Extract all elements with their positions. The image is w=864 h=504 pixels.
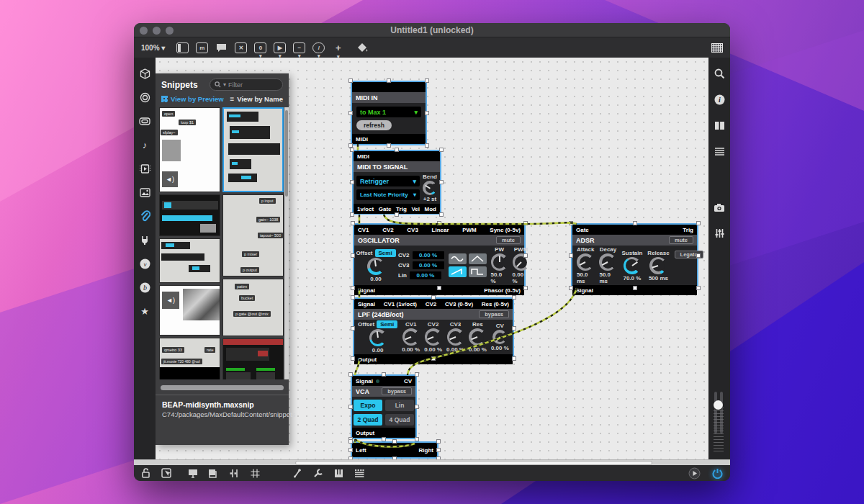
- snapshot-camera-icon[interactable]: [714, 202, 725, 213]
- midi-device-dropdown[interactable]: to Max 1▾: [356, 107, 421, 117]
- selection-handle[interactable]: [431, 295, 436, 300]
- slider-icon[interactable]: −: [293, 42, 305, 53]
- filter-input[interactable]: [228, 81, 274, 89]
- selection-handle[interactable]: [696, 253, 701, 258]
- wave-square-button[interactable]: [469, 266, 487, 277]
- number-box-icon[interactable]: 0: [254, 42, 266, 53]
- selection-handle[interactable]: [436, 448, 441, 452]
- selection-handle[interactable]: [382, 372, 386, 377]
- presentation-icon[interactable]: [188, 469, 198, 478]
- vizzie-icon[interactable]: v: [139, 258, 150, 269]
- module-midi-in[interactable]: MIDI IN to Max 1▾ refresh MIDI: [351, 81, 427, 145]
- selection-handle[interactable]: [350, 180, 354, 184]
- object-box-icon[interactable]: m: [196, 42, 208, 53]
- view-by-name-tab[interactable]: ≡ View by Name: [230, 95, 283, 103]
- module-vca[interactable]: Signal CV VCA bypass Expo Lin 2 Quad 4 Q…: [351, 374, 417, 439]
- object-palette-icon[interactable]: [711, 43, 723, 53]
- lpf-cv-knob[interactable]: [492, 330, 507, 344]
- snippet-thumb[interactable]: pattrn bucket p gate @out @mix: [222, 279, 284, 336]
- search-icon[interactable]: [714, 68, 725, 79]
- selection-handle[interactable]: [425, 143, 429, 148]
- view-by-preview-tab[interactable]: View by Preview: [161, 95, 224, 103]
- power-audio-icon[interactable]: [712, 468, 723, 479]
- selection-handle[interactable]: [351, 356, 355, 361]
- selection-handle[interactable]: [348, 372, 353, 377]
- selection-handle[interactable]: [523, 221, 528, 225]
- selection-handle[interactable]: [633, 286, 637, 290]
- selection-handle[interactable]: [350, 148, 354, 152]
- selection-handle[interactable]: [351, 326, 355, 330]
- mixer-sliders-icon[interactable]: [714, 228, 725, 239]
- selection-handle[interactable]: [439, 180, 444, 184]
- lpf-cv2-knob[interactable]: [425, 328, 442, 346]
- selection-handle[interactable]: [437, 286, 441, 290]
- selection-handle[interactable]: [696, 286, 701, 290]
- panel-icon[interactable]: [176, 42, 189, 53]
- snippet-thumb[interactable]: qmetro 33 rate jit.movie 720 480 @vol: [159, 338, 220, 379]
- mute-button[interactable]: mute: [669, 236, 693, 244]
- selection-handle[interactable]: [351, 295, 355, 300]
- snippet-thumb[interactable]: [159, 238, 220, 283]
- selection-handle[interactable]: [387, 78, 391, 83]
- selection-handle[interactable]: [348, 448, 353, 452]
- cv3-numbox[interactable]: 0.00 %: [413, 261, 444, 269]
- selection-handle[interactable]: [392, 456, 397, 459]
- image-icon[interactable]: [139, 186, 150, 198]
- offset-knob[interactable]: [367, 258, 384, 275]
- selection-handle[interactable]: [696, 221, 701, 225]
- wrench-icon[interactable]: [313, 468, 323, 478]
- selection-handle[interactable]: [512, 295, 516, 300]
- console-list-icon[interactable]: [714, 145, 725, 157]
- pill-button-icon[interactable]: [139, 115, 150, 127]
- panel-hscrollbar[interactable]: [161, 385, 284, 390]
- selection-handle[interactable]: [415, 372, 419, 377]
- favorites-star-icon[interactable]: ★: [139, 305, 150, 317]
- mute-button[interactable]: mute: [496, 236, 521, 244]
- lpf-cv1-knob[interactable]: [402, 328, 420, 346]
- layers-icon[interactable]: [209, 469, 219, 478]
- selection-handle[interactable]: [437, 221, 441, 225]
- two-quad-button[interactable]: 2 Quad: [354, 414, 382, 426]
- selection-handle[interactable]: [425, 78, 429, 83]
- semi-toggle[interactable]: Semi: [375, 249, 396, 257]
- wave-sine-button[interactable]: [449, 253, 467, 264]
- selection-handle[interactable]: [348, 78, 353, 83]
- selection-handle[interactable]: [348, 111, 353, 115]
- wave-saw-button[interactable]: [449, 266, 467, 277]
- selection-handle[interactable]: [395, 148, 399, 152]
- pw-knob[interactable]: [491, 253, 508, 271]
- wave-triangle-button[interactable]: [469, 253, 487, 264]
- snippet-thumb[interactable]: open loop $1 sfplay~ ◄): [159, 107, 220, 192]
- selection-handle[interactable]: [569, 286, 573, 290]
- comment-icon[interactable]: [215, 42, 228, 53]
- module-oscillator[interactable]: CV1CV2 CV3Linear PWMSync (0-5v) OSCILLAT…: [353, 223, 526, 288]
- snippet-thumb[interactable]: [222, 338, 284, 379]
- snippet-thumb[interactable]: [159, 194, 220, 236]
- select-mode-icon[interactable]: [161, 468, 171, 478]
- inspector-info-icon[interactable]: i: [714, 94, 725, 105]
- snippet-thumb-selected[interactable]: [222, 107, 284, 192]
- priority-dropdown[interactable]: Last Note Priority▾: [356, 189, 420, 200]
- selection-handle[interactable]: [351, 221, 355, 225]
- expo-button[interactable]: Expo: [354, 400, 382, 411]
- close-button[interactable]: [140, 27, 148, 35]
- module-stereo[interactable]: LeftRight: [351, 441, 438, 459]
- keyboard-icon[interactable]: [334, 469, 343, 478]
- decay-knob[interactable]: [599, 253, 616, 271]
- selection-handle[interactable]: [395, 212, 399, 217]
- split-view-icon[interactable]: [714, 120, 725, 131]
- module-adsr[interactable]: GateTrig ADSR mute Attack 50.0 ms Decay …: [571, 223, 698, 288]
- selection-handle[interactable]: [512, 356, 516, 361]
- selection-handle[interactable]: [439, 212, 444, 217]
- lin-numbox[interactable]: 0.00 %: [410, 271, 441, 279]
- patcher-canvas[interactable]: MIDI IN to Max 1▾ refresh MIDI MIDI MIDI…: [156, 58, 708, 459]
- selection-handle[interactable]: [569, 221, 573, 225]
- zoom-gain-slider[interactable]: [712, 392, 726, 454]
- refresh-button[interactable]: refresh: [356, 120, 392, 130]
- minimize-button[interactable]: [153, 27, 161, 35]
- selection-handle[interactable]: [348, 456, 353, 459]
- selection-handle[interactable]: [436, 439, 441, 444]
- toggle-icon[interactable]: ✕: [235, 42, 247, 53]
- snippet-thumb[interactable]: p input gain~ 1038 tapout~ 500 p mixer p…: [222, 194, 284, 276]
- selection-handle[interactable]: [523, 286, 528, 290]
